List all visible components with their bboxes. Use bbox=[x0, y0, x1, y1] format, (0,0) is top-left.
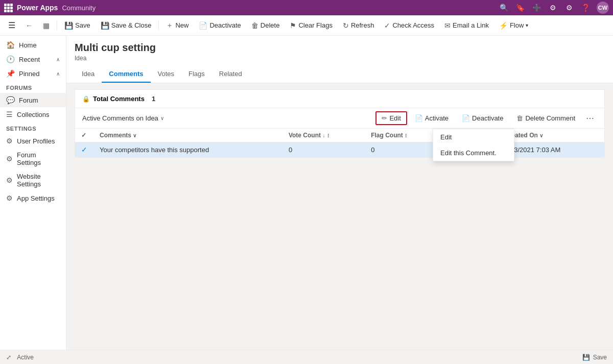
sidebar-collections-label: Collections bbox=[17, 111, 50, 118]
edit-label: Edit bbox=[389, 114, 400, 122]
command-bar: ☰ ← ▦ 💾 Save 💾 Save & Close ＋ New 📄 Deac… bbox=[0, 15, 613, 36]
dropdown-edit-item[interactable]: Edit bbox=[433, 129, 514, 145]
row-check-icon: ✓ bbox=[81, 145, 87, 154]
th-vote-count[interactable]: Vote Count ↓ ⫶ bbox=[282, 129, 365, 142]
hamburger-icon[interactable]: ☰ bbox=[4, 18, 19, 32]
sidebar-item-recent[interactable]: 🕐 Recent ∧ bbox=[0, 52, 66, 66]
row-comment: Your competitors have this supported bbox=[93, 142, 282, 157]
sidebar-user-profiles-label: User Profiles bbox=[17, 137, 55, 145]
save-close-label: Save & Close bbox=[111, 21, 152, 29]
new-button[interactable]: ＋ New bbox=[162, 19, 193, 32]
check-access-button[interactable]: ✓ Check Access bbox=[380, 19, 438, 32]
sidebar-item-website-settings[interactable]: ⚙ Website Settings bbox=[0, 169, 66, 191]
expand-icon[interactable]: ⤢ bbox=[6, 354, 11, 361]
clear-flags-label: Clear Flags bbox=[298, 21, 332, 29]
filter-icon[interactable]: ⚙ bbox=[548, 4, 558, 12]
sidebar-item-home[interactable]: 🏠 Home bbox=[0, 38, 66, 52]
status-right: 💾 Save bbox=[582, 354, 607, 361]
delete-label: Delete bbox=[261, 21, 280, 29]
back-button[interactable]: ← bbox=[21, 19, 37, 32]
deactivate-icon: 📄 bbox=[199, 21, 207, 30]
th-checkbox[interactable]: ✓ bbox=[75, 129, 93, 142]
top-nav-left: Power Apps Community bbox=[4, 4, 96, 12]
pinned-expand: Pinned ∧ bbox=[19, 70, 60, 78]
new-icon: ＋ bbox=[166, 21, 173, 30]
panel-header: 🔒 Total Comments 1 bbox=[75, 90, 604, 108]
website-settings-icon: ⚙ bbox=[6, 176, 13, 184]
edit-icon: ✏ bbox=[382, 114, 387, 122]
flow-label: Flow bbox=[510, 21, 524, 29]
tab-comments[interactable]: Comments bbox=[102, 66, 150, 83]
deactivate-button[interactable]: 📄 Deactivate bbox=[195, 19, 245, 32]
subgrid-dropdown-icon[interactable]: ∨ bbox=[160, 115, 164, 121]
content-area: 🔒 Total Comments 1 Active Comments on Id… bbox=[66, 83, 613, 164]
action-bar: ✏ Edit 📄 Activate 📄 Deactivate 🗑 bbox=[375, 111, 597, 125]
status-bar: ⤢ Active 💾 Save bbox=[0, 350, 613, 364]
help-icon[interactable]: ❓ bbox=[580, 4, 591, 12]
sidebar-forum-settings-label: Forum Settings bbox=[17, 151, 60, 166]
waffle-icon[interactable] bbox=[4, 4, 13, 12]
sidebar-home-label: Home bbox=[19, 41, 37, 49]
edit-button[interactable]: ✏ Edit bbox=[375, 111, 407, 125]
table-row[interactable]: ✓ Your competitors have this supported 0… bbox=[75, 142, 604, 157]
flow-icon: ⚡ bbox=[499, 21, 508, 30]
total-count: 1 bbox=[152, 95, 155, 103]
layout: 🏠 Home 🕐 Recent ∧ 📌 Pinned ∧ Forums 💬 Fo… bbox=[0, 36, 613, 364]
created-sort-icon: ∨ bbox=[539, 133, 543, 138]
main-content: Multi cup setting Idea Idea Comments Vot… bbox=[66, 36, 613, 364]
deactivate-comment-button[interactable]: 📄 Deactivate bbox=[456, 112, 509, 125]
bookmark-icon[interactable]: 🔖 bbox=[515, 4, 525, 12]
sidebar-item-user-profiles[interactable]: ⚙ User Profiles bbox=[0, 134, 66, 148]
refresh-button[interactable]: ↻ Refresh bbox=[339, 19, 379, 32]
tab-idea[interactable]: Idea bbox=[75, 66, 102, 83]
delete-button[interactable]: 🗑 Delete bbox=[247, 19, 284, 32]
app-section: Community bbox=[62, 4, 96, 12]
top-nav: Power Apps Community 🔍 🔖 ➕ ⚙ ⚙ ❓ CW bbox=[0, 0, 613, 15]
edit-dropdown-menu: Edit Edit this Comment. bbox=[433, 129, 514, 161]
check-access-icon: ✓ bbox=[384, 21, 390, 30]
lock-icon: 🔒 bbox=[82, 95, 90, 103]
email-link-button[interactable]: ✉ Email a Link bbox=[440, 19, 493, 32]
brand-label: Power Apps bbox=[17, 4, 58, 12]
save-button[interactable]: 💾 Save bbox=[60, 19, 95, 32]
th-comments-label: Comments bbox=[100, 132, 131, 139]
tab-related[interactable]: Related bbox=[212, 66, 249, 83]
delete-comment-icon: 🗑 bbox=[516, 114, 523, 122]
flow-button[interactable]: ⚡ Flow ▾ bbox=[495, 19, 532, 32]
activate-button[interactable]: 📄 Activate bbox=[409, 112, 454, 125]
recent-icon: 🕐 bbox=[6, 55, 15, 63]
avatar[interactable]: CW bbox=[597, 2, 609, 14]
sidebar-item-collections[interactable]: ☰ Collections bbox=[0, 107, 66, 122]
deactivate-label: Deactivate bbox=[209, 21, 241, 29]
sidebar-item-pinned[interactable]: 📌 Pinned ∧ bbox=[0, 66, 66, 81]
top-nav-right: 🔍 🔖 ➕ ⚙ ⚙ ❓ CW bbox=[499, 2, 609, 14]
search-icon[interactable]: 🔍 bbox=[499, 4, 509, 12]
th-created-on[interactable]: Created On ∨ bbox=[499, 129, 604, 142]
th-comments[interactable]: Comments ∨ bbox=[93, 129, 282, 142]
sidebar: 🏠 Home 🕐 Recent ∧ 📌 Pinned ∧ Forums 💬 Fo… bbox=[0, 36, 66, 364]
sidebar-item-app-settings[interactable]: ⚙ App Settings bbox=[0, 191, 66, 205]
home-icon: 🏠 bbox=[6, 41, 15, 49]
tab-votes[interactable]: Votes bbox=[151, 66, 182, 83]
refresh-label: Refresh bbox=[351, 21, 374, 29]
subgrid-header: Active Comments on Idea ∨ ✏ Edit 📄 Activ… bbox=[75, 108, 604, 129]
save-close-button[interactable]: 💾 Save & Close bbox=[97, 19, 156, 32]
forum-icon: 💬 bbox=[6, 96, 15, 104]
th-flag-count[interactable]: Flag Count ⫶ bbox=[365, 129, 440, 142]
sidebar-item-forum-settings[interactable]: ⚙ Forum Settings bbox=[0, 148, 66, 169]
sidebar-item-forum[interactable]: 💬 Forum bbox=[0, 93, 66, 107]
dropdown-edit-comment-item[interactable]: Edit this Comment. bbox=[433, 145, 514, 161]
row-check[interactable]: ✓ bbox=[75, 142, 93, 157]
app-brand: Power Apps bbox=[17, 4, 58, 12]
tab-flags[interactable]: Flags bbox=[181, 66, 212, 83]
pin-icon: 📌 bbox=[6, 69, 15, 78]
layout-button[interactable]: ▦ bbox=[39, 19, 54, 32]
th-vote-count-label: Vote Count bbox=[289, 132, 321, 139]
sidebar-recent-label: Recent bbox=[19, 56, 40, 63]
clear-flags-icon: ⚑ bbox=[290, 21, 296, 30]
clear-flags-button[interactable]: ⚑ Clear Flags bbox=[286, 19, 336, 32]
settings-icon[interactable]: ⚙ bbox=[564, 4, 574, 12]
add-icon[interactable]: ➕ bbox=[531, 4, 541, 12]
delete-comment-button[interactable]: 🗑 Delete Comment bbox=[511, 112, 581, 125]
more-options-button[interactable]: ⋯ bbox=[583, 111, 597, 125]
